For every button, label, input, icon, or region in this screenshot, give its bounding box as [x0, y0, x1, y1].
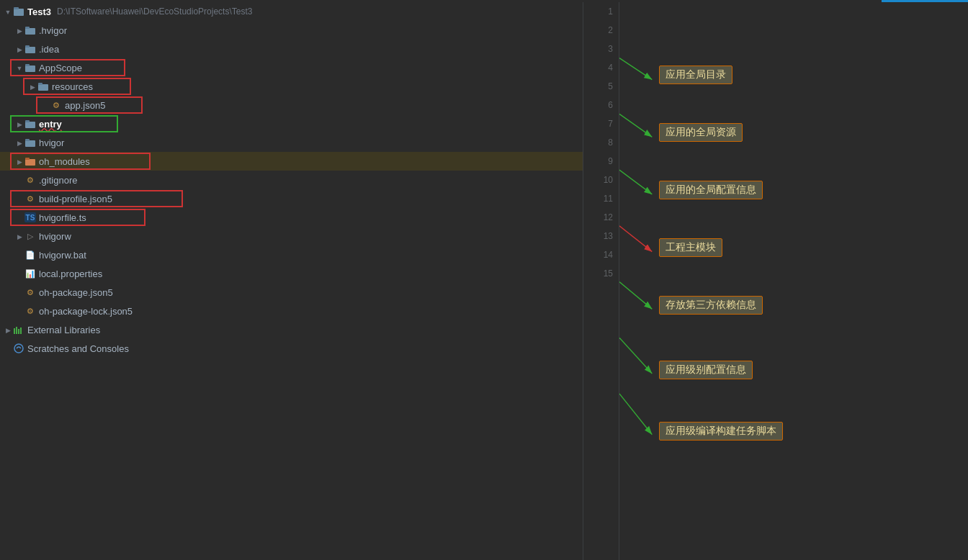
- scratches-label: Scratches and Consoles: [27, 343, 129, 354]
- svg-rect-2: [25, 28, 35, 35]
- arrow-root: [3, 6, 13, 17]
- svg-rect-8: [38, 84, 48, 91]
- svg-rect-14: [25, 159, 35, 166]
- localprops-label: local.properties: [39, 268, 102, 279]
- line-numbers-panel: 1 2 3 4 5 6 7 8 9 10 11 12 13 14 15: [583, 2, 619, 560]
- project-icon: [13, 6, 24, 17]
- hvigorwbat-label: hvigorw.bat: [39, 250, 86, 261]
- appjson5-label: app.json5: [65, 100, 105, 111]
- svg-rect-11: [25, 120, 30, 122]
- resources-label: resources: [52, 81, 93, 92]
- ts-icon-hvigorfile: TS: [24, 212, 36, 222]
- svg-rect-9: [38, 83, 42, 85]
- arrow-none-build: [14, 194, 24, 204]
- svg-rect-0: [14, 9, 24, 16]
- tree-item-hvigorwbat[interactable]: 📄 hvigorw.bat: [0, 245, 583, 264]
- annotation-box-3: 应用的全局配置信息: [659, 181, 763, 199]
- arrow-none-appjson5: [40, 100, 50, 110]
- tree-item-ohpackage[interactable]: ⚙ oh-package.json5: [0, 283, 583, 302]
- folder-icon-ohmodules: [24, 155, 36, 167]
- tree-item-resources[interactable]: resources: [0, 77, 583, 96]
- svg-rect-19: [20, 328, 22, 334]
- annotation-box-1: 应用全局目录: [659, 66, 732, 84]
- tree-item-appjson5[interactable]: ⚙ app.json5: [0, 96, 583, 114]
- arrow-extlibs: [3, 325, 13, 335]
- folder-icon-appscope: [24, 62, 36, 73]
- tree-item-entry[interactable]: entry: [0, 114, 583, 133]
- config-icon-buildprofile: ⚙: [24, 193, 36, 204]
- line-15: 15: [583, 264, 619, 283]
- tree-item-gitignore[interactable]: ⚙ .gitignore: [0, 171, 583, 189]
- scratches-icon: [13, 343, 24, 354]
- arrow-entry: [14, 119, 24, 129]
- svg-rect-5: [25, 45, 30, 48]
- arrow-none-ohpackage: [14, 287, 24, 297]
- arrow-none-scratches: [3, 343, 13, 353]
- tree-item-root[interactable]: Test3 D:\ITSoftware\Huawei\DevEcoStudioP…: [0, 2, 583, 21]
- idea-label: .idea: [39, 44, 59, 55]
- line-5: 5: [583, 77, 619, 96]
- config-icon-ohpackagelock: ⚙: [24, 305, 36, 317]
- config-icon-ohpackage: ⚙: [24, 286, 36, 298]
- gitignore-label: .gitignore: [39, 175, 77, 186]
- svg-rect-10: [25, 122, 35, 128]
- arrow-none-git: [14, 175, 24, 185]
- buildprofile-label: build-profile.json5: [39, 194, 112, 204]
- ohpackage-label: oh-package.json5: [39, 287, 113, 298]
- annotation-box-2: 应用的全局资源: [659, 123, 743, 142]
- hvigor-label: .hvigor: [39, 25, 67, 36]
- tree-item-scratches[interactable]: Scratches and Consoles: [0, 339, 583, 358]
- line-6: 6: [583, 96, 619, 114]
- tree-item-appscope[interactable]: AppScope: [0, 58, 583, 77]
- props-icon-localprops: 📊: [24, 268, 36, 279]
- arrow-none-hvigorwbat: [14, 250, 24, 260]
- line-10: 10: [583, 171, 619, 189]
- config-icon-gitignore: ⚙: [24, 174, 36, 186]
- svg-rect-12: [25, 140, 35, 147]
- ohpackagelock-label: oh-package-lock.json5: [39, 306, 133, 317]
- appscope-label: AppScope: [39, 63, 82, 73]
- file-icon-hvigorwbat: 📄: [24, 249, 36, 261]
- tree-item-buildprofile[interactable]: ⚙ build-profile.json5: [0, 189, 583, 208]
- svg-rect-13: [25, 139, 30, 141]
- line-14: 14: [583, 245, 619, 264]
- line-3: 3: [583, 40, 619, 58]
- svg-rect-15: [25, 158, 30, 160]
- tree-item-hvigor[interactable]: .hvigor: [0, 21, 583, 40]
- annotations-panel: 应用全局目录 应用的全局资源 应用的全局配置信息 工程主模块 存放第三方依赖信息…: [619, 2, 968, 560]
- hvigorfile-label: hvigorfile.ts: [39, 212, 86, 223]
- arrow-none-localprops: [14, 268, 24, 279]
- svg-rect-1: [14, 7, 19, 9]
- tree-item-extlibs[interactable]: External Libraries: [0, 320, 583, 339]
- svg-rect-17: [16, 327, 17, 334]
- tree-item-hvigorfile[interactable]: TS hvigorfile.ts: [0, 208, 583, 227]
- arrow-ohmodules: [14, 156, 24, 166]
- line-8: 8: [583, 133, 619, 152]
- tree-item-hvigorw[interactable]: ▷ hvigorw: [0, 227, 583, 245]
- line-9: 9: [583, 152, 619, 171]
- tree-item-localprops[interactable]: 📊 local.properties: [0, 264, 583, 283]
- tree-item-ohpackagelock[interactable]: ⚙ oh-package-lock.json5: [0, 302, 583, 320]
- tree-item-hvigor2[interactable]: hvigor: [0, 133, 583, 152]
- extlibs-label: External Libraries: [27, 325, 100, 335]
- line-1: 1: [583, 2, 619, 21]
- line-7: 7: [583, 114, 619, 133]
- annotation-box-6: 应用级别配置信息: [659, 361, 753, 379]
- annotation-box-5: 存放第三方依赖信息: [659, 296, 763, 315]
- project-name-label: Test3: [27, 6, 51, 17]
- folder-icon-hvigor: [24, 24, 36, 36]
- hvigor2-label: hvigor: [39, 137, 64, 148]
- arrow-none-ohpackagelock: [14, 306, 24, 316]
- extlibs-icon: [13, 324, 24, 335]
- arrow-hvigorw: [14, 231, 24, 241]
- tree-item-ohmodules[interactable]: oh_modules: [0, 152, 583, 171]
- folder-icon-entry: [24, 118, 36, 130]
- arrow-hvigor2: [14, 137, 24, 148]
- entry-label: entry: [39, 119, 62, 130]
- exec-icon-hvigorw: ▷: [24, 230, 36, 242]
- arrow-appscope: [14, 63, 24, 73]
- hvigorw-label: hvigorw: [39, 231, 71, 242]
- tree-item-idea[interactable]: .idea: [0, 40, 583, 58]
- folder-icon-hvigor2: [24, 137, 36, 148]
- arrows-svg: [619, 2, 968, 560]
